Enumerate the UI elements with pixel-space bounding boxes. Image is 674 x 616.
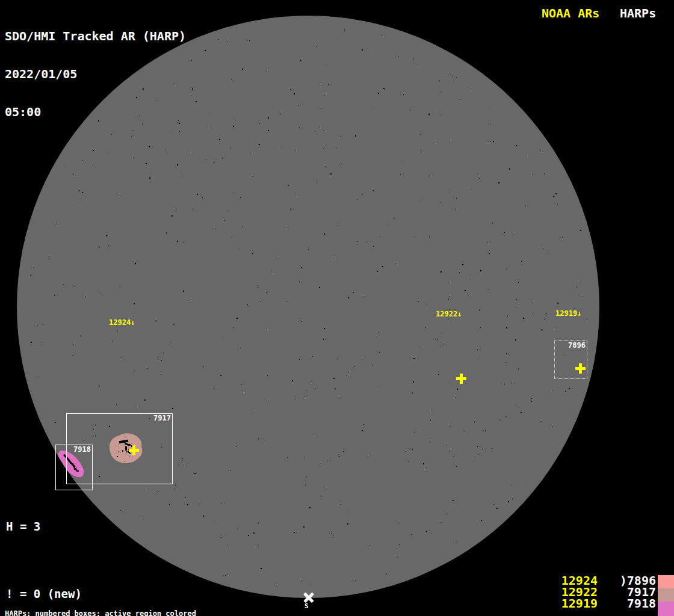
magnetogram-speck [287, 457, 288, 458]
magnetogram-speck [258, 546, 259, 546]
magnetogram-speck [315, 387, 316, 387]
magnetogram-speck [149, 177, 150, 179]
magnetogram-speck [456, 466, 457, 467]
magnetogram-speck [182, 458, 183, 459]
magnetogram-speck [96, 164, 96, 164]
magnetogram-speck [498, 182, 499, 183]
magnetogram-speck [54, 295, 55, 296]
magnetogram-speck [482, 449, 483, 449]
magnetogram-speck [337, 358, 338, 359]
magnetogram-speck [175, 485, 176, 485]
magnetogram-speck [324, 328, 325, 329]
magnetogram-speck [208, 111, 208, 111]
magnetogram-speck [194, 473, 196, 474]
magnetogram-speck [316, 46, 317, 47]
magnetogram-speck [295, 399, 296, 399]
magnetogram-speck [357, 241, 357, 242]
harp-box-label: 7917 [153, 414, 171, 422]
magnetogram-speck [457, 389, 458, 390]
magnetogram-speck [134, 303, 135, 304]
magnetogram-speck [516, 299, 517, 300]
magnetogram-speck [82, 160, 82, 161]
magnetogram-speck [410, 110, 411, 111]
magnetogram-speck [209, 126, 209, 126]
magnetogram-speck [237, 529, 238, 529]
magnetogram-speck [355, 580, 356, 581]
magnetogram-speck [580, 230, 581, 231]
magnetogram-speck [465, 290, 466, 291]
magnetogram-speck [344, 29, 345, 30]
magnetogram-speck [161, 360, 162, 361]
magnetogram-speck [379, 352, 380, 353]
magnetogram-speck [280, 114, 281, 114]
magnetogram-speck [294, 532, 295, 533]
magnetogram-speck [444, 345, 444, 345]
magnetogram-speck [341, 397, 341, 398]
magnetogram-speck [576, 287, 577, 288]
magnetogram-speck [496, 508, 498, 509]
magnetogram-speck [427, 304, 427, 305]
magnetogram-speck [183, 291, 184, 292]
magnetogram-speck [132, 263, 132, 263]
magnetogram-speck [335, 389, 336, 389]
magnetogram-speck [403, 94, 404, 95]
magnetogram-speck [544, 319, 545, 320]
magnetogram-speck [451, 384, 451, 385]
magnetogram-speck [212, 520, 212, 520]
magnetogram-speck [396, 556, 397, 556]
noaa-ar-cross-icon [129, 445, 139, 455]
magnetogram-speck [93, 150, 94, 151]
magnetogram-speck [187, 504, 188, 505]
magnetogram-speck [354, 366, 355, 367]
magnetogram-speck [191, 95, 191, 96]
magnetogram-speck [233, 327, 233, 328]
magnetogram-speck [450, 296, 450, 297]
magnetogram-speck [299, 359, 300, 360]
magnetogram-speck [429, 176, 430, 176]
magnetogram-speck [471, 278, 471, 279]
magnetogram-speck [117, 331, 118, 331]
magnetogram-speck [465, 430, 465, 430]
magnetogram-speck [295, 150, 296, 150]
magnetogram-speck [357, 199, 358, 200]
magnetogram-speck [515, 339, 516, 340]
color-swatch [658, 575, 674, 588]
magnetogram-speck [492, 223, 493, 223]
magnetogram-speck [449, 427, 450, 427]
magnetogram-speck [290, 209, 291, 210]
magnetogram-speck [323, 131, 324, 131]
magnetogram-speck [478, 454, 478, 455]
magnetogram-speck [308, 249, 309, 250]
magnetogram-speck [479, 310, 480, 311]
color-swatch [658, 588, 674, 602]
magnetogram-speck [532, 313, 533, 313]
magnetogram-speck [420, 134, 421, 135]
magnetogram-speck [233, 126, 234, 127]
magnetogram-speck [447, 446, 447, 446]
noaa-ar-cross-icon [575, 363, 586, 374]
magnetogram-speck [63, 284, 64, 285]
solar-harp-image: { "header": { "title": "SDO/HMI Tracked … [0, 0, 674, 616]
magnetogram-speck [248, 535, 249, 536]
magnetogram-speck [300, 60, 301, 61]
magnetogram-speck [543, 248, 544, 248]
magnetogram-speck [156, 320, 157, 321]
magnetogram-speck [430, 420, 431, 420]
magnetogram-speck [301, 580, 301, 581]
magnetogram-speck [414, 238, 415, 238]
magnetogram-speck [240, 197, 241, 198]
magnetogram-speck [227, 42, 228, 42]
magnetogram-speck [161, 374, 161, 375]
magnetogram-speck [333, 535, 333, 536]
magnetogram-speck [258, 439, 259, 439]
magnetogram-speck [489, 253, 490, 254]
magnetogram-speck [191, 299, 191, 300]
magnetogram-speck [508, 501, 509, 502]
magnetogram-speck [286, 227, 286, 227]
magnetogram-speck [49, 258, 49, 259]
footnote-harps: HARPs: numbered boxes; active region col… [5, 610, 257, 616]
magnetogram-speck [373, 365, 373, 366]
magnetogram-speck [163, 353, 164, 353]
magnetogram-speck [134, 316, 134, 317]
magnetogram-speck [133, 158, 134, 158]
